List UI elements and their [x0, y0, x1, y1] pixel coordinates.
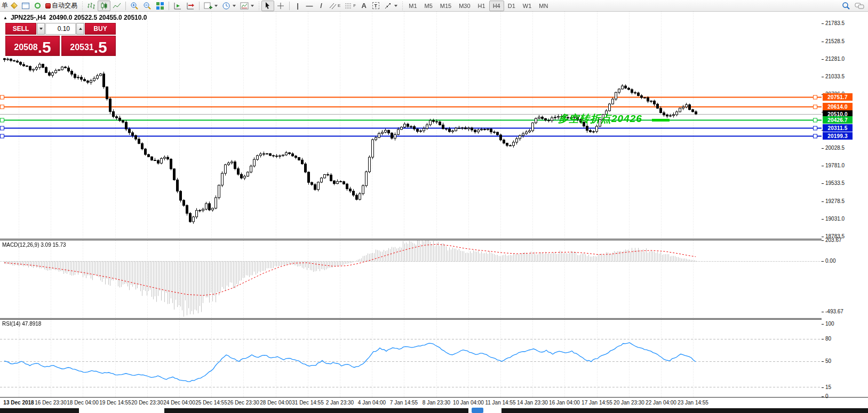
- cursor-button[interactable]: [261, 1, 274, 11]
- collapse-triangle-icon[interactable]: ▲: [3, 15, 7, 20]
- buy-button[interactable]: BUY: [85, 23, 116, 35]
- axis-tick-mark: [822, 42, 824, 42]
- taskbar-segment: [501, 408, 868, 413]
- label-tool[interactable]: T: [370, 1, 381, 11]
- text-tool[interactable]: A: [358, 1, 370, 11]
- main-chart-canvas[interactable]: [0, 12, 822, 239]
- zoom-in-icon: [130, 2, 139, 10]
- rsi-tick: 80: [825, 336, 831, 342]
- new-order-icon: [11, 2, 18, 9]
- buy-price-display[interactable]: 20531 .5: [61, 36, 116, 56]
- timeframe-m5[interactable]: M5: [421, 1, 436, 11]
- bar-chart-button[interactable]: [85, 1, 98, 11]
- timeframe-w1[interactable]: W1: [519, 1, 536, 11]
- arrows-icon: [384, 2, 392, 10]
- crosshair-button[interactable]: [274, 1, 287, 11]
- axis-tick-mark: [822, 396, 824, 397]
- new-order-button[interactable]: [8, 1, 20, 11]
- pane-separator[interactable]: [0, 239, 868, 240]
- timeframe-m30[interactable]: M30: [455, 1, 474, 11]
- text-tool-icon: A: [362, 2, 367, 10]
- toolbar-separator: [81, 2, 83, 10]
- timeframe-h4[interactable]: H4: [489, 1, 504, 11]
- candlestick-chart-button[interactable]: [98, 1, 110, 11]
- macd-tick: 0.00: [825, 258, 835, 264]
- indicators-button[interactable]: [202, 1, 220, 11]
- order-text[interactable]: 单: [2, 1, 8, 10]
- price-axis[interactable]: 21783.521528.521281.021033.520786.020538…: [822, 12, 868, 397]
- taskbar-segment: [164, 408, 468, 413]
- symbol-timeframe: JPN225-,H4: [11, 14, 46, 21]
- volume-input[interactable]: [45, 23, 76, 35]
- price-tick: 21033.5: [825, 74, 845, 79]
- sell-price-display[interactable]: 20508 .5: [5, 36, 60, 56]
- zoom-in-button[interactable]: [128, 1, 141, 11]
- clock-icon: [222, 2, 230, 10]
- vertical-line-tool[interactable]: |: [292, 1, 304, 11]
- chart-annotation-text[interactable]: 多空转折点20426: [558, 112, 642, 126]
- autotrading-button[interactable]: 自动交易: [43, 1, 79, 11]
- toolbar-separator: [289, 2, 290, 10]
- spinner-up-icon: [79, 28, 82, 30]
- sell-price-frac: .5: [38, 41, 51, 54]
- trendline-tool[interactable]: /: [315, 1, 327, 11]
- zoom-out-icon: [143, 2, 152, 10]
- fibonacci-tool[interactable]: F: [343, 1, 358, 11]
- auto-scroll-button[interactable]: [171, 1, 184, 11]
- axis-tick-mark: [822, 166, 824, 166]
- taskbar-app-icon[interactable]: [472, 408, 483, 413]
- axis-tick-mark: [822, 183, 824, 184]
- zoom-out-button[interactable]: [141, 1, 154, 11]
- price-tick: 19278.5: [825, 198, 845, 204]
- cursor-icon: [264, 2, 272, 10]
- sell-button[interactable]: SELL: [5, 23, 36, 35]
- volume-increase-button[interactable]: [76, 23, 84, 35]
- axis-tick-mark: [822, 201, 824, 202]
- chevron-down-icon: [251, 5, 254, 7]
- toolbar-separator: [258, 2, 260, 10]
- timeframe-mn[interactable]: MN: [535, 1, 552, 11]
- level-price-label: 20426.7: [823, 116, 853, 124]
- taskbar-segment: [0, 408, 79, 413]
- timeframe-h1[interactable]: H1: [474, 1, 489, 11]
- tile-windows-icon: [156, 2, 164, 10]
- timeframe-m15[interactable]: M15: [436, 1, 455, 11]
- horizontal-line-tool[interactable]: —: [304, 1, 315, 11]
- price-tick: 21281.0: [825, 56, 845, 62]
- toolbar-separator: [125, 2, 126, 10]
- search-button[interactable]: [840, 1, 853, 11]
- volume-decrease-button[interactable]: [37, 23, 45, 35]
- line-chart-button[interactable]: [110, 1, 123, 11]
- rsi-pane-canvas[interactable]: [0, 320, 822, 397]
- vertical-line-icon: |: [297, 2, 299, 10]
- templates-button[interactable]: [238, 1, 256, 11]
- market-watch-button[interactable]: [31, 1, 43, 11]
- terminal-button[interactable]: [20, 1, 31, 11]
- price-tick: 19781.0: [825, 163, 845, 168]
- chart-title: ▲ JPN225-,H4 20490.0 20522.5 20455.0 205…: [3, 14, 147, 21]
- taskbar-strip: [0, 407, 868, 413]
- chat-button[interactable]: [853, 1, 866, 11]
- channel-tool[interactable]: E: [327, 1, 343, 11]
- macd-pane-canvas[interactable]: [0, 240, 822, 318]
- chart-shift-button[interactable]: [184, 1, 197, 11]
- pane-separator[interactable]: [0, 318, 868, 320]
- chevron-down-icon: [394, 5, 397, 7]
- timeframe-d1[interactable]: D1: [504, 1, 519, 11]
- chevron-down-icon: [233, 5, 236, 7]
- time-axis[interactable]: 13 Dec 201816 Dec 23:3018 Dec 04:0019 De…: [0, 398, 868, 407]
- macd-indicator-label: MACD(12,26,9) 3.09 15.73: [2, 242, 66, 248]
- rsi-tick: 15: [825, 384, 831, 390]
- price-tick: 19031.0: [825, 216, 845, 222]
- search-icon: [842, 2, 850, 10]
- level-price-label: 20199.3: [823, 132, 853, 140]
- trendline-icon: /: [320, 2, 322, 10]
- arrows-tool[interactable]: [381, 1, 400, 11]
- chevron-down-icon: [214, 5, 218, 7]
- periods-button[interactable]: [220, 1, 238, 11]
- toolbar-separator: [401, 2, 403, 10]
- axis-tick-mark: [822, 361, 824, 362]
- fibonacci-icon: [345, 2, 352, 10]
- tile-windows-button[interactable]: [154, 1, 166, 11]
- timeframe-m1[interactable]: M1: [405, 1, 420, 11]
